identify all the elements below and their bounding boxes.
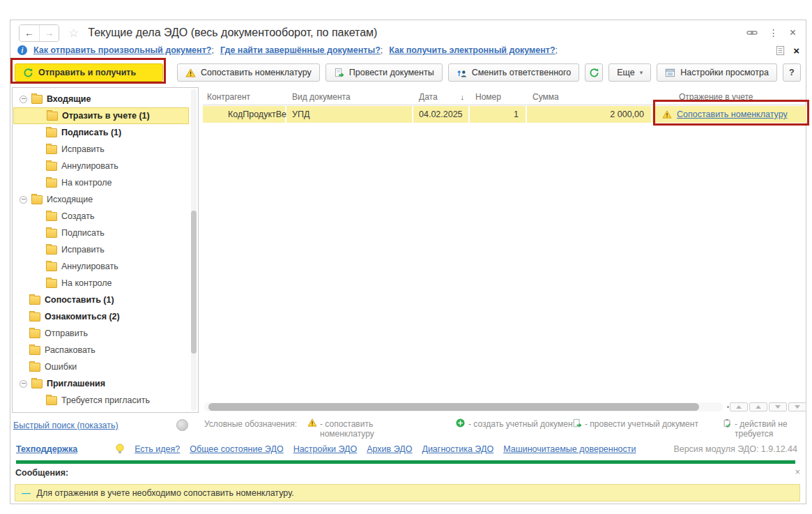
get-link-icon[interactable] xyxy=(746,27,758,38)
more-menu-icon[interactable]: ⋮ xyxy=(769,27,779,38)
cell-contractor[interactable]: КодПродуктВеб"_... xyxy=(203,106,285,123)
collapse-toggle-icon[interactable] xyxy=(20,96,27,103)
tree-item-invitations[interactable]: Приглашения xyxy=(13,375,189,392)
tree-item-annul-incoming[interactable]: Аннулировать xyxy=(13,158,189,174)
cell-reflection[interactable]: Сопоставить номенклатуру xyxy=(652,106,806,123)
help-links-row: i Как отправить произвольный документ?; … xyxy=(10,43,806,58)
close-help-panel-icon[interactable]: × xyxy=(793,45,799,56)
back-button[interactable]: ← xyxy=(20,25,39,41)
column-label: Отражение в учете xyxy=(679,92,753,102)
message-item[interactable]: — Для отражения в учете необходимо сопос… xyxy=(15,484,800,501)
quick-search-indicator-button[interactable] xyxy=(176,419,188,431)
tree-item-reflect-selected[interactable]: Отразить в учете (1) xyxy=(13,107,189,124)
tree-item-incoming[interactable]: Входящие xyxy=(13,91,189,107)
folder-icon xyxy=(31,195,43,204)
close-icon[interactable]: × xyxy=(790,27,796,38)
column-label: Сумма xyxy=(533,92,559,102)
more-button[interactable]: Еще ▾ xyxy=(608,63,651,82)
cell-date[interactable]: 04.02.2025 xyxy=(413,106,468,123)
tree-item-unpack[interactable]: Распаковать xyxy=(13,342,189,358)
warning-icon xyxy=(662,110,672,119)
column-label: Контрагент xyxy=(207,92,250,102)
machine-readable-poa-link[interactable]: Машиночитаемые доверенности xyxy=(503,444,636,454)
tree-item-match[interactable]: Сопоставить (1) xyxy=(13,292,189,308)
tree-item-label: Исправить xyxy=(61,144,105,154)
tree-item-sign-outgoing[interactable]: Подписать xyxy=(13,225,189,241)
arrow-up-icon xyxy=(756,405,761,409)
tree-item-label: Ошибки xyxy=(45,362,77,372)
legend-text-match: - сопоставить номенклатуру xyxy=(320,419,398,439)
scroll-bottom-button[interactable] xyxy=(788,402,806,411)
help-link-receive-electronic[interactable]: Как получить электронный документ? xyxy=(389,45,555,55)
edo-state-link[interactable]: Общее состояние ЭДО xyxy=(190,444,283,454)
column-header-number[interactable]: Номер xyxy=(470,92,527,102)
column-header-doctype[interactable]: Вид документа xyxy=(286,92,413,102)
plus-icon xyxy=(456,418,465,428)
idea-link[interactable]: Есть идея? xyxy=(135,444,180,454)
tree-scrollbar-thumb[interactable] xyxy=(191,211,197,354)
tree-item-label: На контроле xyxy=(61,178,112,188)
tree-item-sign-incoming[interactable]: Подписать (1) xyxy=(13,124,189,141)
warning-icon xyxy=(185,68,196,77)
edo-settings-link[interactable]: Настройки ЭДО xyxy=(293,444,358,454)
messages-close-icon[interactable]: × xyxy=(795,467,800,476)
tree-item-label: Создать xyxy=(61,211,95,221)
scroll-down-button[interactable] xyxy=(769,402,787,411)
quick-search-link[interactable]: Быстрый поиск (показать) xyxy=(13,421,118,430)
messages-splitter[interactable] xyxy=(16,460,795,464)
lightbulb-icon xyxy=(115,444,125,455)
tree-item-label: Аннулировать xyxy=(61,161,118,171)
collapse-toggle-icon[interactable] xyxy=(20,380,27,388)
post-documents-button[interactable]: Провести документы xyxy=(325,63,443,82)
tree-item-invite-required[interactable]: Требуется пригласить xyxy=(13,392,189,409)
edo-diagnostics-link[interactable]: Диагностика ЭДО xyxy=(422,444,493,454)
column-header-contractor[interactable]: Контрагент xyxy=(203,92,286,102)
view-settings-button[interactable]: Настройки просмотра xyxy=(657,63,777,82)
messages-title: Сообщения: xyxy=(15,468,68,478)
help-link-find-completed[interactable]: Где найти завершённые документы? xyxy=(220,45,381,55)
cell-number[interactable]: 1 xyxy=(470,106,526,123)
post-document-icon xyxy=(334,68,344,78)
warning-icon xyxy=(307,418,317,427)
cell-doctype[interactable]: УПД xyxy=(286,106,412,123)
table-row[interactable]: КодПродуктВеб"_... УПД 04.02.2025 1 2 00… xyxy=(203,106,806,123)
folder-icon xyxy=(46,229,57,238)
cell-sum[interactable]: 2 000,00 xyxy=(527,106,651,123)
tree-item-fix-incoming[interactable]: Исправить xyxy=(13,141,189,158)
refresh-list-button[interactable] xyxy=(585,63,603,82)
tree-item-errors[interactable]: Ошибки xyxy=(13,358,189,375)
help-link-send-arbitrary[interactable]: Как отправить произвольный документ? xyxy=(33,45,211,55)
folder-icon xyxy=(46,145,57,154)
tree-item-oncontrol-outgoing[interactable]: На контроле xyxy=(13,275,189,292)
support-link[interactable]: Техподдержка xyxy=(16,444,77,454)
column-header-sum[interactable]: Сумма xyxy=(527,92,652,102)
help-button[interactable]: ? xyxy=(783,63,801,82)
collapse-toggle-icon[interactable] xyxy=(20,196,27,204)
tree-item-label: Подписать (1) xyxy=(61,128,121,137)
tree-item-outgoing[interactable]: Исходящие xyxy=(13,191,189,208)
map-nomenclature-link[interactable]: Сопоставить номенклатуру xyxy=(677,109,788,119)
module-version: Версия модуля ЭДО: 1.9.12.44 xyxy=(673,444,797,454)
send-receive-button[interactable]: Отправить и получить xyxy=(15,63,163,82)
post-documents-label: Провести документы xyxy=(349,68,434,77)
journal-icon[interactable] xyxy=(775,45,786,56)
tree-item-oncontrol-incoming[interactable]: На контроле xyxy=(13,174,189,191)
tree-item-create[interactable]: Создать xyxy=(13,208,189,225)
scroll-up-button[interactable] xyxy=(749,402,767,411)
tree-item-label: Отразить в учете (1) xyxy=(62,111,150,121)
column-header-reflection[interactable]: Отражение в учете xyxy=(652,92,806,102)
scroll-top-button[interactable] xyxy=(730,402,748,411)
sort-descending-icon: ↓ xyxy=(461,93,465,101)
tree-item-fix-outgoing[interactable]: Исправить xyxy=(13,241,189,258)
horizontal-scrollbar-thumb[interactable] xyxy=(208,403,699,411)
forward-button[interactable]: → xyxy=(39,25,59,41)
favorite-star-icon[interactable]: ☆ xyxy=(68,27,79,39)
tree-item-send[interactable]: Отправить xyxy=(13,325,189,342)
change-responsible-button[interactable]: Сменить ответственного xyxy=(448,63,580,82)
tree-item-annul-outgoing[interactable]: Аннулировать xyxy=(13,258,189,275)
edo-archive-link[interactable]: Архив ЭДО xyxy=(367,444,412,454)
map-nomenclature-button[interactable]: Сопоставить номенклатуру xyxy=(177,63,320,82)
horizontal-scrollbar-track[interactable] xyxy=(204,402,723,411)
column-header-date[interactable]: Дата↓ xyxy=(413,92,470,102)
tree-item-review[interactable]: Ознакомиться (2) xyxy=(13,308,189,325)
